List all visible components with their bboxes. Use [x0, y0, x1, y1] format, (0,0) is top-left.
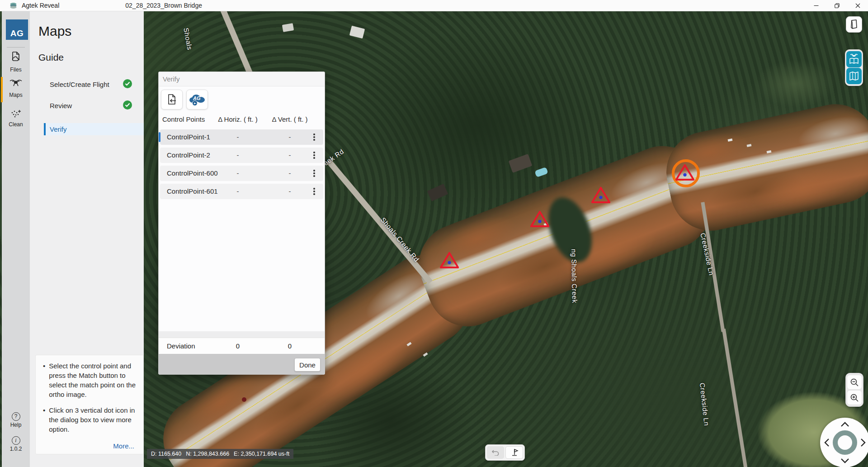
control-point-marker-4[interactable]: [675, 163, 695, 181]
guide-step-review[interactable]: Review: [50, 102, 72, 110]
sidebar-item-maps[interactable]: Maps: [2, 78, 30, 98]
road-shoals-creek-mid: [326, 159, 433, 284]
row-menu-button[interactable]: [310, 151, 318, 160]
base-map-layer-button[interactable]: [846, 68, 862, 84]
table-row-controlpoint-1[interactable]: ControlPoint-1 - -: [160, 129, 323, 145]
agtek-cloud-icon: AG: [189, 95, 205, 105]
house-roof: [282, 23, 294, 32]
pan-compass-control[interactable]: [820, 418, 868, 467]
deviation-horiz-value: 0: [213, 342, 263, 350]
deviation-label: Deviation: [167, 342, 195, 350]
agtek-cloud-button[interactable]: AG: [186, 90, 208, 110]
pan-left-chevron[interactable]: [824, 438, 830, 448]
dialog-footer: Done: [159, 354, 325, 375]
import-control-points-button[interactable]: [161, 90, 183, 110]
pan-right-chevron[interactable]: [860, 438, 866, 448]
page-title: Maps: [38, 24, 71, 39]
maps-guide-panel: Maps Guide Select/Create Flight Review V…: [30, 11, 144, 467]
table-row-controlpoint-600[interactable]: ControlPoint-600 - -: [160, 166, 323, 181]
close-icon: [855, 3, 860, 8]
row-menu-button[interactable]: [310, 169, 318, 178]
drone-icon: [9, 78, 23, 89]
document-title: 02_28_2023_Brown Bridge: [125, 2, 202, 9]
deviation-row: Deviation 0 0: [159, 338, 325, 354]
help-button[interactable]: ? Help: [2, 412, 30, 428]
minimize-icon: [814, 3, 819, 8]
minimize-button[interactable]: [806, 0, 826, 11]
pan-joystick-ring[interactable]: [833, 430, 857, 455]
row-menu-button[interactable]: [310, 133, 318, 142]
instruction-bullet: • Select the control point and press the…: [41, 361, 137, 399]
coordinate-status-bar: D: 1165.640 N: 1,298,843.666 E: 2,350,17…: [147, 449, 293, 459]
sidebar-item-label: Files: [2, 67, 30, 73]
selected-row-indicator: [159, 132, 160, 142]
street-label: Creekside Ln: [698, 382, 711, 426]
control-points-table-header: Control Points Δ Horiz. ( ft. ) Δ Vert. …: [159, 113, 325, 127]
more-link[interactable]: More...: [113, 442, 134, 450]
house-with-pool: [509, 154, 533, 173]
match-tool-icon: [510, 448, 519, 457]
undo-icon: [491, 449, 500, 456]
window-title-bar: Agtek Reveal 02_28_2023_Brown Bridge: [0, 0, 868, 11]
step-complete-check-icon: [123, 100, 132, 110]
zoom-button-group: [845, 373, 863, 407]
done-button[interactable]: Done: [294, 358, 321, 372]
sidebar-item-clean[interactable]: Clean: [2, 109, 30, 128]
column-header-delta-vert: Δ Vert. ( ft. ): [265, 115, 315, 123]
table-row-controlpoint-601[interactable]: ControlPoint-601 - -: [160, 184, 323, 199]
close-button[interactable]: [847, 0, 868, 11]
about-version[interactable]: i 1.0.2: [2, 436, 30, 452]
restore-button[interactable]: [826, 0, 847, 11]
delta-horiz-value: -: [213, 133, 263, 141]
street-label: Shoals: [182, 27, 193, 51]
zoom-in-button[interactable]: [847, 390, 862, 405]
zoom-out-button[interactable]: [847, 375, 862, 390]
sidebar-item-files[interactable]: Files: [2, 51, 30, 73]
table-row-controlpoint-2[interactable]: ControlPoint-2 - -: [160, 148, 323, 163]
side-panel-toggle-button[interactable]: [846, 16, 862, 33]
help-label: Help: [2, 422, 30, 428]
instruction-text: Click on 3 vertical dot icon in the dial…: [49, 405, 137, 434]
dialog-title-bar: Verify: [159, 72, 325, 86]
control-point-marker-1[interactable]: [439, 251, 460, 269]
street-label: ng Shoals Creek: [570, 249, 579, 303]
dialog-toolbar: AG: [159, 86, 325, 113]
pan-down-chevron[interactable]: [840, 457, 850, 464]
agtek-reveal-app-icon: [9, 2, 17, 9]
sidebar-divider: [7, 47, 25, 48]
row-menu-button[interactable]: [310, 187, 318, 196]
sidebar-item-label: Clean: [2, 121, 30, 128]
undo-button[interactable]: [487, 446, 504, 459]
house-roof: [349, 26, 365, 39]
control-point-name: ControlPoint-2: [167, 151, 210, 159]
status-n: N: 1,298,843.666: [186, 451, 229, 457]
delta-vert-value: -: [265, 133, 315, 141]
files-icon: [10, 51, 22, 64]
cloud-download-badge-icon: [192, 100, 198, 106]
status-d: D: 1165.640: [151, 451, 181, 457]
delta-vert-value: -: [265, 187, 315, 195]
restore-icon: [835, 3, 840, 8]
barn-roof: [427, 184, 448, 201]
drone-map-layer-button[interactable]: [846, 51, 862, 67]
zoom-in-icon: [850, 393, 859, 402]
match-point-tool-button[interactable]: [505, 446, 523, 459]
road-shoals-creek-top: [219, 11, 255, 80]
control-point-marker-2[interactable]: [529, 210, 550, 228]
control-point-marker-3[interactable]: [590, 186, 611, 204]
table-footer-strip: [159, 331, 325, 338]
guide-step-select-create-flight[interactable]: Select/Create Flight: [50, 81, 109, 88]
dialog-title: Verify: [163, 75, 180, 83]
column-header-delta-horiz: Δ Horiz. ( ft. ): [213, 115, 263, 123]
active-step-label: Verify: [50, 125, 67, 133]
step-complete-check-icon: [123, 79, 132, 88]
guide-section-title: Guide: [38, 52, 64, 63]
instruction-bullet: • Click on 3 vertical dot icon in the di…: [41, 405, 137, 434]
street-label: Creekside Ln: [699, 232, 716, 276]
delta-horiz-value: -: [213, 169, 263, 177]
guide-step-verify[interactable]: Verify: [44, 123, 144, 135]
delta-horiz-value: -: [213, 151, 263, 159]
sidebar-item-label: Maps: [2, 92, 30, 98]
pan-up-chevron[interactable]: [840, 421, 850, 428]
app-name: Agtek Reveal: [22, 2, 59, 9]
